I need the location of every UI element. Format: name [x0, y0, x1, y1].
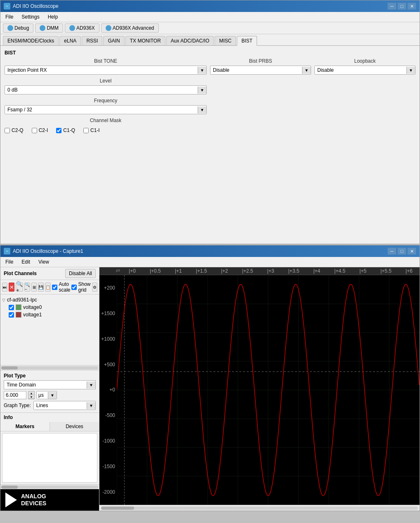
info-tabs: Markers Devices	[0, 422, 99, 431]
c1i-label[interactable]: C1-I	[83, 127, 100, 133]
menu-edit-2[interactable]: Edit	[18, 258, 33, 266]
plot-type-label: Plot Type	[4, 373, 96, 379]
tab-bist[interactable]: BIST	[237, 36, 257, 46]
title-bar-2: ~ ADI IIO Oscilloscope - Capture1 ─ □ ✕	[0, 245, 420, 257]
level-group: Level 0 dB -6 dB -12 dB -18 dB ▼	[5, 78, 207, 94]
bist-prbs-col: Bist PRBS Disable Enable ▼	[210, 58, 311, 139]
level-select-wrapper: 0 dB -6 dB -12 dB -18 dB ▼	[5, 85, 207, 94]
plot-type-select-wrapper: Time Domain Frequency Domain ▼	[4, 380, 96, 389]
info-scrollbar-thumb[interactable]	[1, 485, 18, 489]
frequency-arrow: ▼	[198, 106, 206, 113]
c2i-text: C2-I	[39, 127, 48, 133]
disable-all-btn[interactable]: Disable All	[65, 269, 96, 278]
skip-to-end-btn[interactable]: ⏭	[2, 283, 7, 292]
info-tab-devices[interactable]: Devices	[50, 422, 99, 431]
plot-type-select[interactable]: Time Domain Frequency Domain	[4, 381, 87, 389]
ad936x-label: AD936X	[76, 25, 95, 31]
zoom-out-btn[interactable]: 🔍−	[24, 283, 30, 292]
adi-logo-text: ANALOGDEVICES	[21, 493, 46, 507]
save-btn[interactable]: 💾	[38, 283, 44, 292]
level-label: Level	[5, 78, 207, 84]
channel-scrollbar[interactable]	[0, 365, 99, 370]
bist-columns: Bist TONE Injection Point RX Injection P…	[5, 58, 415, 139]
voltage0-checkbox[interactable]	[9, 305, 14, 310]
tab-aux-adc[interactable]: Aux ADC/DAC/IO	[166, 36, 214, 45]
bist-tone-col: Bist TONE Injection Point RX Injection P…	[5, 58, 207, 139]
show-grid-checkbox[interactable]	[71, 285, 77, 290]
show-grid-label[interactable]: Show grid	[71, 281, 90, 293]
close-btn-2[interactable]: ✕	[407, 247, 416, 255]
dmm-btn[interactable]: DMM	[35, 24, 63, 33]
info-content	[2, 433, 97, 483]
bottom-scrollbar[interactable]	[99, 505, 420, 511]
ad936x-adv-label: AD936X Advanced	[113, 25, 154, 31]
bist-tone-label: Bist TONE	[5, 58, 207, 64]
tab-misc[interactable]: MISC	[215, 36, 236, 45]
window2-title: ADI IIO Oscilloscope - Capture1	[13, 248, 83, 254]
maximize-btn-1[interactable]: □	[397, 2, 406, 10]
injection-point-select[interactable]: Injection Point RX Injection Point TX	[5, 66, 198, 74]
dmm-icon	[40, 25, 45, 31]
scrollbar-thumb[interactable]	[1, 366, 18, 370]
tab-tx-monitor[interactable]: TX MONITOR	[125, 36, 165, 45]
time-unit-arrow: ▼	[48, 392, 57, 399]
zoom-in-btn[interactable]: 🔍+	[16, 283, 23, 292]
graph-type-select[interactable]: Lines Dots Bars	[34, 401, 87, 410]
tab-eLNA[interactable]: eLNA	[59, 36, 81, 45]
c1q-checkbox[interactable]	[56, 128, 61, 133]
frequency-select[interactable]: Fsamp / 32 Fsamp / 16 Fsamp / 8 Fsamp / …	[5, 106, 198, 114]
zoom-fit-btn[interactable]: ⊞	[31, 283, 37, 292]
bottom-scrollbar-thumb[interactable]	[101, 507, 134, 510]
time-spin-down[interactable]: ▼	[28, 395, 34, 399]
voltage1-label: voltage1	[23, 312, 42, 318]
menu-file-2[interactable]: File	[2, 258, 17, 266]
voltage0-item: voltage0	[2, 304, 97, 311]
ad936x-adv-btn[interactable]: AD936X Advanced	[101, 24, 159, 33]
close-btn-1[interactable]: ✕	[407, 2, 416, 10]
menu-help-1[interactable]: Help	[45, 13, 61, 21]
info-scrollbar[interactable]	[0, 484, 99, 489]
minimize-btn-2[interactable]: ─	[387, 247, 396, 255]
time-unit-select[interactable]: μs ms s	[37, 391, 48, 399]
auto-scale-label[interactable]: Auto scale	[52, 281, 70, 293]
voltage1-checkbox[interactable]	[9, 312, 14, 318]
injection-point-group: Injection Point RX Injection Point TX ▼	[5, 66, 207, 75]
c1q-label[interactable]: C1-Q	[56, 127, 75, 133]
c1i-checkbox[interactable]	[83, 128, 89, 133]
info-section: Info Markers Devices	[0, 412, 99, 489]
level-select[interactable]: 0 dB -6 dB -12 dB -18 dB	[5, 86, 198, 94]
c2i-checkbox[interactable]	[32, 128, 37, 133]
ad936x-adv-icon	[106, 25, 111, 31]
auto-scale-checkbox[interactable]	[52, 285, 57, 290]
tab-rssi[interactable]: RSSI	[82, 36, 102, 45]
time-spin-up[interactable]: ▲	[28, 391, 34, 395]
menu-settings-1[interactable]: Settings	[18, 13, 42, 21]
time-input-row: ▲ ▼ μs ms s ▼	[4, 391, 96, 399]
c2i-label[interactable]: C2-I	[32, 127, 48, 133]
stop-btn[interactable]: ✕	[9, 283, 14, 292]
bist-prbs-select[interactable]: Disable Enable	[210, 66, 302, 74]
tab-gain[interactable]: GAIN	[103, 36, 124, 45]
ad936x-btn[interactable]: AD936X	[65, 24, 99, 33]
tab-ensm[interactable]: ENSM/MODE/Clocks	[3, 36, 59, 45]
c2q-checkbox[interactable]	[5, 128, 10, 133]
menu-file-1[interactable]: File	[2, 13, 17, 21]
window1: ~ ADI IIO Oscilloscope ─ □ ✕ File Settin…	[0, 0, 420, 244]
c2q-label[interactable]: C2-Q	[5, 127, 24, 133]
time-input[interactable]	[4, 391, 26, 399]
menu-view-2[interactable]: View	[35, 258, 52, 266]
window1-title: ADI IIO Oscilloscope	[13, 3, 59, 9]
copy-btn[interactable]: 📋	[45, 283, 51, 292]
settings-btn[interactable]: ⚙	[92, 283, 97, 292]
frequency-label: Frequency	[5, 98, 207, 104]
minimize-btn-1[interactable]: ─	[387, 2, 396, 10]
bist-content: BIST Bist TONE Injection Point RX Inject…	[0, 46, 420, 244]
plot-container: Plot Channels Disable All ⏭ ✕ 🔍+ 🔍− ⊞ 💾 …	[0, 267, 420, 511]
info-tab-markers[interactable]: Markers	[0, 422, 50, 431]
loopback-select[interactable]: Disable Enable	[315, 66, 406, 74]
oscilloscope-plot: μs |+0 |+0.5 |+1 |+1.5 |+2 |+2.5 |+3 |+3…	[99, 267, 420, 511]
content-tabs-1: ENSM/MODE/Clocks eLNA RSSI GAIN TX MONIT…	[0, 34, 420, 46]
maximize-btn-2[interactable]: □	[397, 247, 406, 255]
debug-btn[interactable]: Debug	[3, 24, 33, 33]
plot-toolbar-row: ⏭ ✕ 🔍+ 🔍− ⊞ 💾 📋 Auto scale Show grid ⚙	[0, 280, 99, 294]
